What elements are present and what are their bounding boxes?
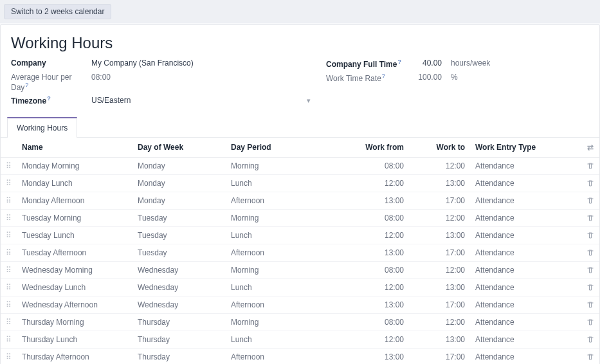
cell-entry[interactable]: Attendance	[470, 175, 581, 192]
col-from[interactable]: Work from	[325, 138, 409, 158]
cell-from[interactable]: 08:00	[325, 314, 409, 331]
help-icon[interactable]: ?	[25, 82, 28, 88]
table-row[interactable]: Wednesday MorningWednesdayMorning08:0012…	[1, 262, 599, 279]
cell-to[interactable]: 12:00	[409, 210, 470, 227]
col-period[interactable]: Day Period	[226, 138, 325, 158]
cell-period[interactable]: Lunch	[226, 331, 325, 349]
cell-name[interactable]: Monday Afternoon	[17, 192, 132, 210]
cell-period[interactable]: Lunch	[226, 227, 325, 244]
cell-period[interactable]: Lunch	[226, 175, 325, 192]
cell-to[interactable]: 17:00	[409, 192, 470, 210]
drag-handle-icon[interactable]	[1, 227, 17, 244]
company-value[interactable]: My Company (San Francisco)	[91, 59, 194, 68]
cell-to[interactable]: 17:00	[409, 349, 470, 365]
delete-row-icon[interactable]	[581, 244, 599, 262]
delete-row-icon[interactable]	[581, 192, 599, 210]
cell-period[interactable]: Lunch	[226, 279, 325, 296]
cell-dow[interactable]: Wednesday	[132, 296, 226, 314]
cell-period[interactable]: Morning	[226, 210, 325, 227]
fulltime-value[interactable]: 40.00	[410, 59, 442, 68]
cell-to[interactable]: 12:00	[409, 262, 470, 279]
cell-name[interactable]: Wednesday Morning	[17, 262, 132, 279]
table-row[interactable]: Thursday MorningThursdayMorning08:0012:0…	[1, 314, 599, 331]
col-entry[interactable]: Work Entry Type	[470, 138, 581, 158]
cell-name[interactable]: Tuesday Lunch	[17, 227, 132, 244]
cell-entry[interactable]: Attendance	[470, 192, 581, 210]
drag-handle-icon[interactable]	[1, 314, 17, 331]
cell-name[interactable]: Monday Lunch	[17, 175, 132, 192]
drag-handle-icon[interactable]	[1, 210, 17, 227]
table-row[interactable]: Monday LunchMondayLunch12:0013:00Attenda…	[1, 175, 599, 192]
col-to[interactable]: Work to	[409, 138, 470, 158]
cell-name[interactable]: Thursday Afternoon	[17, 349, 132, 365]
drag-handle-icon[interactable]	[1, 296, 17, 314]
drag-handle-icon[interactable]	[1, 192, 17, 210]
cell-from[interactable]: 08:00	[325, 262, 409, 279]
chevron-down-icon[interactable]: ▾	[307, 96, 326, 105]
cell-name[interactable]: Thursday Morning	[17, 314, 132, 331]
cell-from[interactable]: 08:00	[325, 210, 409, 227]
cell-from[interactable]: 13:00	[325, 296, 409, 314]
drag-handle-icon[interactable]	[1, 279, 17, 296]
cell-period[interactable]: Afternoon	[226, 192, 325, 210]
cell-dow[interactable]: Wednesday	[132, 262, 226, 279]
delete-row-icon[interactable]	[581, 331, 599, 349]
cell-dow[interactable]: Tuesday	[132, 244, 226, 262]
cell-dow[interactable]: Wednesday	[132, 279, 226, 296]
timezone-value[interactable]: US/Eastern	[91, 96, 131, 105]
drag-handle-icon[interactable]	[1, 349, 17, 365]
cell-entry[interactable]: Attendance	[470, 158, 581, 175]
cell-to[interactable]: 13:00	[409, 227, 470, 244]
table-row[interactable]: Wednesday LunchWednesdayLunch12:0013:00A…	[1, 279, 599, 296]
cell-period[interactable]: Afternoon	[226, 296, 325, 314]
delete-row-icon[interactable]	[581, 227, 599, 244]
cell-period[interactable]: Afternoon	[226, 244, 325, 262]
cell-entry[interactable]: Attendance	[470, 227, 581, 244]
cell-entry[interactable]: Attendance	[470, 279, 581, 296]
cell-name[interactable]: Tuesday Morning	[17, 210, 132, 227]
delete-row-icon[interactable]	[581, 279, 599, 296]
cell-entry[interactable]: Attendance	[470, 331, 581, 349]
table-row[interactable]: Thursday AfternoonThursdayAfternoon13:00…	[1, 349, 599, 365]
table-row[interactable]: Tuesday AfternoonTuesdayAfternoon13:0017…	[1, 244, 599, 262]
cell-name[interactable]: Monday Morning	[17, 158, 132, 175]
drag-handle-icon[interactable]	[1, 158, 17, 175]
cell-dow[interactable]: Monday	[132, 158, 226, 175]
cell-to[interactable]: 13:00	[409, 279, 470, 296]
drag-handle-icon[interactable]	[1, 175, 17, 192]
cell-dow[interactable]: Thursday	[132, 314, 226, 331]
tab-working-hours[interactable]: Working Hours	[7, 117, 77, 138]
cell-from[interactable]: 13:00	[325, 349, 409, 365]
cell-to[interactable]: 17:00	[409, 244, 470, 262]
delete-row-icon[interactable]	[581, 262, 599, 279]
avg-hours-value[interactable]: 08:00	[91, 73, 111, 82]
cell-name[interactable]: Tuesday Afternoon	[17, 244, 132, 262]
cell-entry[interactable]: Attendance	[470, 262, 581, 279]
cell-period[interactable]: Afternoon	[226, 349, 325, 365]
cell-name[interactable]: Wednesday Lunch	[17, 279, 132, 296]
help-icon[interactable]: ?	[47, 95, 51, 102]
cell-to[interactable]: 12:00	[409, 158, 470, 175]
col-name[interactable]: Name	[17, 138, 132, 158]
col-dow[interactable]: Day of Week	[132, 138, 226, 158]
cell-dow[interactable]: Thursday	[132, 331, 226, 349]
table-row[interactable]: Wednesday AfternoonWednesdayAfternoon13:…	[1, 296, 599, 314]
delete-row-icon[interactable]	[581, 314, 599, 331]
cell-period[interactable]: Morning	[226, 158, 325, 175]
cell-period[interactable]: Morning	[226, 314, 325, 331]
cell-from[interactable]: 08:00	[325, 158, 409, 175]
cell-name[interactable]: Thursday Lunch	[17, 331, 132, 349]
cell-from[interactable]: 12:00	[325, 227, 409, 244]
delete-row-icon[interactable]	[581, 158, 599, 175]
cell-to[interactable]: 13:00	[409, 175, 470, 192]
help-icon[interactable]: ?	[382, 73, 385, 79]
cell-from[interactable]: 13:00	[325, 192, 409, 210]
table-row[interactable]: Thursday LunchThursdayLunch12:0013:00Att…	[1, 331, 599, 349]
cell-from[interactable]: 12:00	[325, 331, 409, 349]
cell-entry[interactable]: Attendance	[470, 314, 581, 331]
cell-entry[interactable]: Attendance	[470, 349, 581, 365]
cell-to[interactable]: 13:00	[409, 331, 470, 349]
delete-row-icon[interactable]	[581, 175, 599, 192]
table-row[interactable]: Monday AfternoonMondayAfternoon13:0017:0…	[1, 192, 599, 210]
drag-handle-icon[interactable]	[1, 244, 17, 262]
